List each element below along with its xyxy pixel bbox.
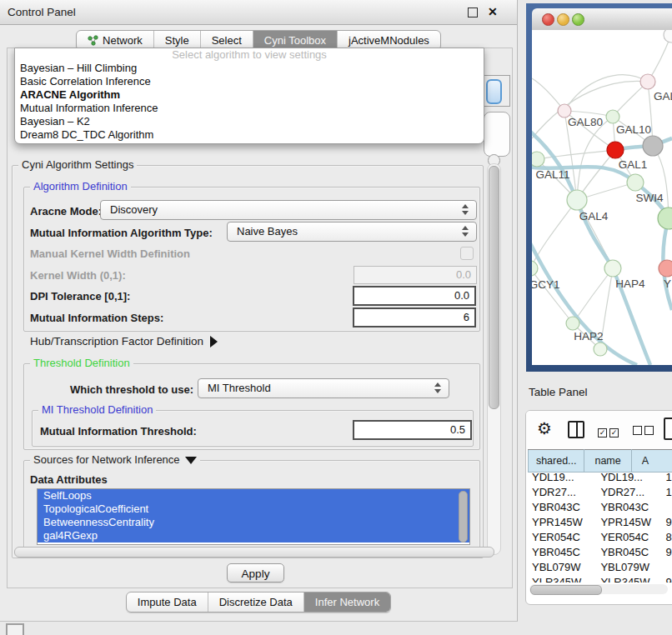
network-edge <box>532 268 573 323</box>
list-scrollbar-thumb[interactable] <box>459 491 468 542</box>
network-node[interactable] <box>532 152 544 167</box>
manual-kernel-checkbox[interactable] <box>460 247 474 260</box>
attribute-list-item[interactable]: BetweennessCentrality <box>38 516 469 529</box>
table-cell: 13 <box>661 469 672 484</box>
aracne-mode-label: Aracne Mode: <box>30 205 102 218</box>
network-node[interactable] <box>643 136 663 156</box>
close-traffic-light[interactable] <box>542 13 554 26</box>
network-node[interactable] <box>607 142 624 158</box>
table-row[interactable]: YER054CYER054C8. <box>528 529 672 544</box>
control-panel-title: Control Panel <box>8 6 76 18</box>
docked-panel-icon[interactable] <box>6 623 24 635</box>
gear-icon[interactable]: ⚙ <box>537 418 552 438</box>
algorithm-option[interactable]: Bayesian – K2 <box>15 115 484 128</box>
close-icon[interactable]: ✕ <box>488 5 498 18</box>
table-cell: YBR043C <box>596 499 661 514</box>
control-panel-titlebar: Control Panel ✕ <box>0 0 517 25</box>
tab-impute-data[interactable]: Impute Data <box>127 592 208 612</box>
function-builder-icon[interactable] <box>664 418 672 440</box>
network-node[interactable] <box>566 317 579 330</box>
network-window-titlebar <box>532 8 672 31</box>
spinner-arrows-icon <box>462 226 469 238</box>
zoom-traffic-light[interactable] <box>572 13 584 26</box>
network-node[interactable] <box>659 260 672 277</box>
aracne-mode-combo[interactable]: Discovery <box>100 200 477 220</box>
table-row[interactable]: YDR27...YDR27...12 <box>528 484 672 499</box>
algorithm-option[interactable]: Mutual Information Inference <box>15 102 484 115</box>
network-edge <box>532 240 637 365</box>
table-cell: YDL19... <box>596 469 661 484</box>
table-cell: YLR345W <box>596 574 661 582</box>
table-row[interactable]: YBR043CYBR043C <box>528 499 672 514</box>
table-horizontal-scrollbar[interactable] <box>529 584 668 594</box>
network-node[interactable] <box>627 174 644 191</box>
table-cell: YLR345W <box>528 574 596 582</box>
data-attributes-list: SelfLoopsTopologicalCoefficientBetweenne… <box>37 488 470 545</box>
which-threshold-combo[interactable]: MI Threshold <box>198 378 449 398</box>
table-row[interactable]: YPR145WYPR145W9. <box>528 514 672 529</box>
network-node[interactable] <box>664 30 672 42</box>
bottom-tabbar: Impute Data Discretize Data Infer Networ… <box>0 592 517 612</box>
spinner-arrows-icon <box>434 382 441 394</box>
network-edge <box>564 75 648 111</box>
deselect-all-checkboxes-icon[interactable] <box>633 425 656 438</box>
table-row[interactable]: YBR045CYBR045C9. <box>528 544 672 559</box>
attribute-list-item[interactable]: gal4RGexp <box>38 529 469 542</box>
dpi-tolerance-field[interactable]: 0.0 <box>353 286 476 306</box>
network-node[interactable] <box>567 190 587 210</box>
network-node[interactable] <box>594 342 607 356</box>
tab-infer-network[interactable]: Infer Network <box>303 592 390 612</box>
float-window-icon[interactable] <box>468 8 478 18</box>
algorithm-definition-title: Algorithm Definition <box>30 180 131 192</box>
columns-icon[interactable] <box>568 421 584 438</box>
table-cell <box>661 499 672 514</box>
scrollbar-thumb[interactable] <box>489 166 499 409</box>
network-node[interactable] <box>606 110 619 123</box>
settings-horizontal-scrollbar[interactable] <box>13 546 500 558</box>
sources-title[interactable]: Sources for Network Inference <box>30 453 200 466</box>
mi-threshold-label: Mutual Information Threshold: <box>40 425 197 438</box>
algorithm-option[interactable]: ARACNE Algorithm <box>15 88 484 102</box>
network-edge <box>577 117 613 200</box>
table-cell: YER054C <box>528 529 596 544</box>
node-label: Y <box>664 278 671 290</box>
scrollbar-thumb[interactable] <box>530 585 602 595</box>
data-attributes-label: Data Attributes <box>30 473 108 486</box>
mi-type-label: Mutual Information Algorithm Type: <box>30 227 213 239</box>
apply-button[interactable]: Apply <box>227 563 284 582</box>
network-node[interactable] <box>532 261 538 276</box>
network-node[interactable] <box>640 74 655 89</box>
mi-type-combo[interactable]: Naive Bayes <box>227 222 477 242</box>
network-canvas-container[interactable]: GALGAL80GAL10GAL1GAL11SWI4GAL4GCY1HAP4YH… <box>532 30 672 365</box>
algorithm-option[interactable]: Basic Correlation Inference <box>15 75 484 88</box>
attribute-list-item[interactable]: SelfLoops <box>38 489 469 502</box>
mi-steps-field[interactable]: 6 <box>353 308 476 328</box>
algorithm-list: Bayesian – Hill ClimbingBasic Correlatio… <box>15 62 484 142</box>
attribute-list-item[interactable]: TopologicalCoefficient <box>38 502 469 516</box>
network-canvas: GALGAL80GAL10GAL1GAL11SWI4GAL4GCY1HAP4YH… <box>532 30 672 365</box>
table-row[interactable]: YDL19...YDL19...13 <box>528 469 672 484</box>
network-node[interactable] <box>658 208 672 229</box>
node-label: GAL80 <box>568 116 603 128</box>
select-all-checkboxes-icon[interactable]: ✓✓ <box>598 425 621 438</box>
hub-definition-toggle[interactable]: Hub/Transcription Factor Definition <box>30 335 218 348</box>
mi-threshold-definition-title: MI Threshold Definition <box>38 403 156 416</box>
scrollbar-thumb[interactable] <box>14 547 494 558</box>
which-threshold-value: MI Threshold <box>208 382 271 394</box>
node-label: GAL10 <box>616 123 651 136</box>
threshold-definition-title: Threshold Definition <box>30 357 133 369</box>
settings-vertical-scrollbar[interactable] <box>487 163 501 555</box>
mi-threshold-field[interactable]: 0.5 <box>353 420 472 440</box>
node-label: HAP2 <box>574 330 603 342</box>
node-label: GAL11 <box>535 168 569 181</box>
minimize-traffic-light[interactable] <box>557 13 569 26</box>
algorithm-option[interactable]: Bayesian – Hill Climbing <box>15 62 484 75</box>
algorithm-option[interactable]: Dream8 DC_TDC Algorithm <box>15 128 484 142</box>
desktop: Control Panel ✕ <box>0 0 672 635</box>
table-panel: ⚙ ✓✓ shared...nameA YDL19...YDL19...13YD… <box>525 410 672 605</box>
table-row[interactable]: YBL079WYBL079W <box>528 559 672 574</box>
attr-items: SelfLoopsTopologicalCoefficientBetweenne… <box>38 489 469 542</box>
tab-discretize-data[interactable]: Discretize Data <box>208 592 303 612</box>
network-node[interactable] <box>604 260 621 277</box>
table-row[interactable]: YLR345WYLR345W9. <box>528 574 672 582</box>
